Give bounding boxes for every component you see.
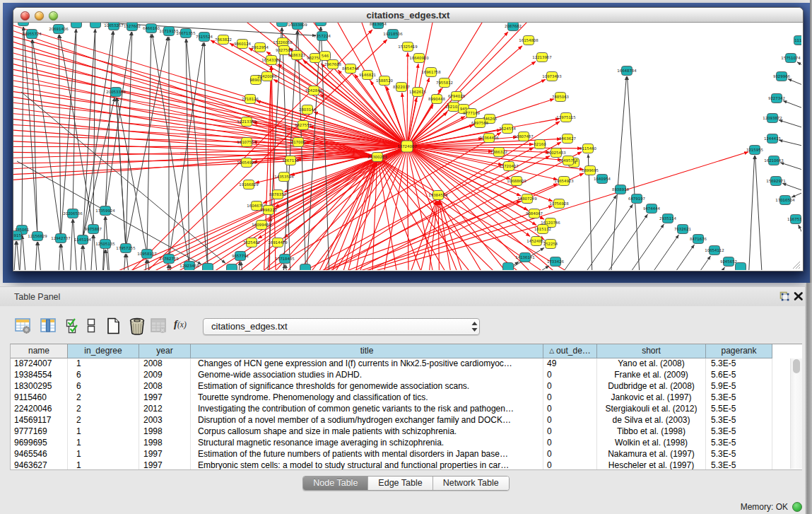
table-cell[interactable]: de Silva et al. (2003) — [597, 415, 706, 426]
table-cell[interactable]: 1998 — [139, 438, 191, 449]
table-cell[interactable]: 0 — [543, 381, 597, 392]
rows-icon[interactable] — [86, 317, 96, 334]
table-cell[interactable]: Estimation of the future numbers of pati… — [191, 449, 543, 460]
graph-node[interactable] — [90, 23, 101, 28]
table-cell[interactable]: 0 — [543, 449, 597, 460]
table-row[interactable]: 969969511998Structural magnetic resonanc… — [11, 438, 772, 449]
column-header-out_de[interactable]: △out_de… — [543, 344, 597, 358]
graph-node[interactable] — [203, 264, 213, 271]
delete-icon[interactable] — [129, 317, 146, 335]
table-cell[interactable]: 2 — [68, 392, 139, 404]
table-cell[interactable]: 19384554 — [11, 370, 68, 381]
table-cell[interactable]: Franke et al. (2009) — [597, 370, 706, 381]
window-resize-grip[interactable] — [792, 260, 801, 269]
table-cell[interactable]: 5.3E-5 — [706, 415, 772, 426]
table-cell[interactable]: 0 — [543, 426, 597, 438]
table-cell[interactable]: Structural magnetic resonance image aver… — [191, 438, 543, 449]
table-cell[interactable]: 5.3E-5 — [706, 426, 772, 438]
table-cell[interactable]: 18300295 — [11, 381, 68, 392]
column-header-short[interactable]: short — [597, 344, 706, 358]
graph-node[interactable] — [277, 23, 288, 27]
scrollbar-thumb[interactable] — [793, 359, 800, 373]
table-cell[interactable]: Genome-wide association studies in ADHD. — [191, 370, 543, 381]
table-cell[interactable]: Tibbo et al. (1998) — [597, 426, 706, 438]
show-column-icon[interactable] — [40, 317, 57, 334]
column-header-title[interactable]: title — [191, 344, 543, 358]
table-cell[interactable]: 1 — [68, 426, 139, 438]
network-graph[interactable]: 2405572420691406106532671527602646616010… — [13, 23, 801, 270]
table-cell[interactable]: 6 — [68, 370, 139, 381]
table-cell[interactable]: 5.3E-5 — [706, 460, 772, 470]
table-cell[interactable]: Tourette syndrome. Phenomenology and cla… — [191, 392, 543, 404]
table-cell[interactable]: Stergiakouli et al. (2012) — [597, 404, 706, 415]
table-cell[interactable]: 5.3E-5 — [706, 392, 772, 404]
table-row[interactable]: 1830029562008Estimation of significance … — [11, 381, 772, 392]
column-header-pagerank[interactable]: pagerank — [706, 344, 772, 358]
column-header-name[interactable]: name — [11, 344, 68, 358]
table-cell[interactable]: 2008 — [139, 358, 191, 370]
table-cell[interactable]: 18724007 — [11, 358, 68, 370]
function-builder-icon[interactable]: f(x) — [174, 318, 192, 334]
table-cell[interactable]: 9699695 — [11, 438, 68, 449]
table-cell[interactable]: 1 — [68, 358, 139, 370]
table-cell[interactable]: 2008 — [139, 381, 191, 392]
table-row[interactable]: 1938455462009Genome-wide association stu… — [11, 370, 772, 381]
table-cell[interactable]: 5.5E-5 — [706, 404, 772, 415]
graph-node[interactable] — [71, 23, 82, 28]
table-cell[interactable]: 9463627 — [11, 460, 68, 470]
table-row[interactable]: 977716911998Corpus callosum shape and si… — [11, 426, 772, 438]
table-cell[interactable]: 1 — [68, 438, 139, 449]
table-cell[interactable]: 9115460 — [11, 392, 68, 404]
table-cell[interactable]: Hescheler et al. (1997) — [597, 460, 706, 470]
table-vertical-scrollbar[interactable] — [790, 358, 802, 469]
table-row[interactable]: 946362711997Embryonic stem cells: a mode… — [11, 460, 772, 470]
table-cell[interactable]: 1997 — [139, 392, 191, 404]
graph-node[interactable] — [736, 263, 746, 271]
float-window-icon[interactable] — [778, 291, 790, 303]
table-cell[interactable]: Estimation of significance thresholds fo… — [191, 381, 543, 392]
table-cell[interactable]: 9465546 — [11, 449, 68, 460]
close-panel-icon[interactable] — [793, 291, 804, 302]
tab-node-table[interactable]: Node Table — [303, 477, 368, 490]
graph-node[interactable] — [18, 23, 29, 26]
table-cell[interactable]: 2003 — [139, 415, 191, 426]
network-table-select[interactable]: citations_edges.txt — [203, 318, 480, 335]
tab-network-table[interactable]: Network Table — [433, 477, 509, 490]
table-row[interactable]: 946554611997Estimation of the future num… — [11, 449, 772, 460]
table-cell[interactable]: 1998 — [139, 426, 191, 438]
table-cell[interactable]: Disruption of a novel member of a sodium… — [191, 415, 543, 426]
table-row[interactable]: 911546021997Tourette syndrome. Phenomeno… — [11, 392, 772, 404]
graph-node[interactable] — [227, 264, 237, 271]
table-cell[interactable]: 2009 — [139, 370, 191, 381]
graph-node[interactable] — [316, 23, 326, 26]
table-cell[interactable]: 2 — [68, 415, 139, 426]
table-cell[interactable]: 6 — [68, 381, 139, 392]
table-cell[interactable]: 2012 — [139, 404, 191, 415]
table-cell[interactable]: 0 — [543, 370, 597, 381]
table-cell[interactable]: Yano et al. (2008) — [597, 358, 706, 370]
table-cell[interactable]: 22420046 — [11, 404, 68, 415]
table-cell[interactable]: 0 — [543, 438, 597, 449]
table-cell[interactable]: 0 — [543, 392, 597, 404]
new-document-icon[interactable] — [106, 317, 121, 334]
table-cell[interactable]: Nakamura et al. (1997) — [597, 449, 706, 460]
column-header-year[interactable]: year — [139, 344, 191, 358]
table-cell[interactable]: Changes of HCN gene expression and I(f) … — [191, 358, 543, 370]
table-cell[interactable]: Wolkin et al. (1998) — [597, 438, 706, 449]
column-header-in_degree[interactable]: in_degree — [68, 344, 139, 358]
tab-edge-table[interactable]: Edge Table — [368, 477, 433, 490]
graph-node[interactable] — [503, 263, 514, 271]
select-columns-icon[interactable] — [66, 317, 81, 334]
import-table-disabled-icon[interactable] — [151, 317, 167, 334]
table-row[interactable]: 1456911722003Disruption of a novel membe… — [11, 415, 772, 426]
table-cell[interactable]: Corpus callosum shape and size in male p… — [191, 426, 543, 438]
table-row[interactable]: 1872400712008Changes of HCN gene express… — [11, 358, 772, 370]
table-cell[interactable]: 5.6E-5 — [706, 370, 772, 381]
table-cell[interactable]: 5.3E-5 — [706, 358, 772, 370]
table-cell[interactable]: 1997 — [139, 449, 191, 460]
table-cell[interactable]: 0 — [543, 404, 597, 415]
table-cell[interactable]: 2 — [68, 404, 139, 415]
network-canvas[interactable]: 2405572420691406106532671527602646616010… — [13, 23, 801, 270]
table-mode-icon[interactable] — [15, 317, 31, 334]
table-cell[interactable]: 0 — [543, 415, 597, 426]
